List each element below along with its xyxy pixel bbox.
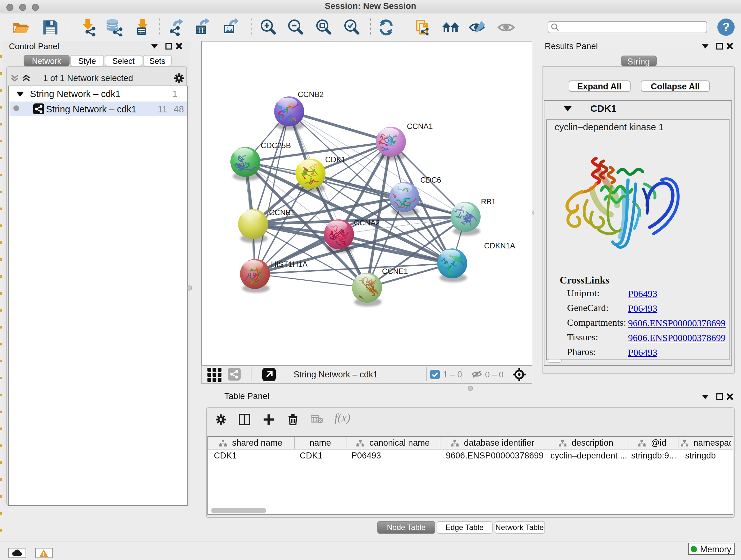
svg-text:CCNB2: CCNB2 xyxy=(297,90,323,99)
svg-text:CCNA2: CCNA2 xyxy=(354,219,380,227)
svg-text:CDK1: CDK1 xyxy=(325,155,345,164)
svg-text:CCNE1: CCNE1 xyxy=(382,267,408,275)
svg-text:CDC6: CDC6 xyxy=(420,176,441,184)
svg-text:CDC25B: CDC25B xyxy=(260,141,291,150)
svg-text:CCNB1: CCNB1 xyxy=(269,208,294,217)
svg-text:CCNA1: CCNA1 xyxy=(407,122,432,131)
svg-text:HIST1H1A: HIST1H1A xyxy=(271,260,307,268)
svg-text:CDKN1A: CDKN1A xyxy=(484,241,515,250)
svg-text:RB1: RB1 xyxy=(481,197,495,206)
